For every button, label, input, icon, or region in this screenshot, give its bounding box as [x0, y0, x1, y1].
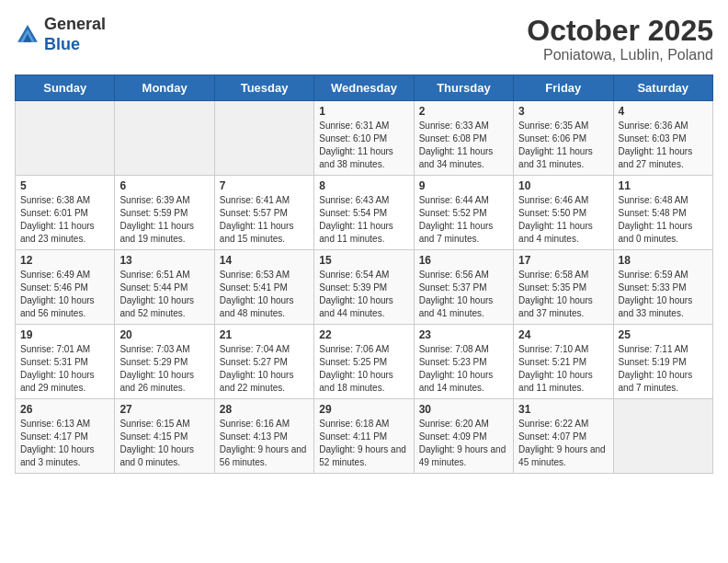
day-info: Sunrise: 7:11 AM Sunset: 5:19 PM Dayligh…: [619, 343, 708, 395]
calendar-cell: 7Sunrise: 6:41 AM Sunset: 5:57 PM Daylig…: [214, 176, 313, 250]
day-info: Sunrise: 6:13 AM Sunset: 4:17 PM Dayligh…: [20, 418, 109, 469]
day-info: Sunrise: 6:56 AM Sunset: 5:37 PM Dayligh…: [419, 269, 508, 320]
day-number: 5: [20, 179, 109, 192]
weekday-header-monday: Monday: [115, 75, 214, 101]
day-info: Sunrise: 6:31 AM Sunset: 6:10 PM Dayligh…: [319, 120, 408, 171]
day-number: 22: [319, 328, 408, 341]
day-info: Sunrise: 6:15 AM Sunset: 4:15 PM Dayligh…: [119, 418, 209, 469]
day-number: 23: [419, 328, 508, 341]
calendar-cell: 3Sunrise: 6:35 AM Sunset: 6:06 PM Daylig…: [514, 101, 613, 176]
day-number: 29: [319, 403, 408, 416]
day-number: 1: [319, 105, 408, 118]
day-number: 7: [220, 179, 309, 192]
calendar-cell: 13Sunrise: 6:51 AM Sunset: 5:44 PM Dayli…: [115, 250, 214, 325]
day-number: 26: [20, 403, 109, 416]
calendar-cell: 17Sunrise: 6:58 AM Sunset: 5:35 PM Dayli…: [514, 250, 613, 325]
calendar-cell: 6Sunrise: 6:39 AM Sunset: 5:59 PM Daylig…: [115, 176, 214, 250]
calendar-cell: 30Sunrise: 6:20 AM Sunset: 4:09 PM Dayli…: [414, 399, 513, 474]
calendar-cell: 21Sunrise: 7:04 AM Sunset: 5:27 PM Dayli…: [214, 325, 313, 399]
day-number: 9: [419, 179, 508, 192]
day-number: 31: [518, 403, 608, 416]
day-number: 8: [319, 179, 408, 192]
calendar-cell: 15Sunrise: 6:54 AM Sunset: 5:39 PM Dayli…: [314, 250, 414, 325]
calendar-cell: 16Sunrise: 6:56 AM Sunset: 5:37 PM Dayli…: [414, 250, 513, 325]
day-info: Sunrise: 7:03 AM Sunset: 5:29 PM Dayligh…: [119, 343, 209, 395]
calendar-cell: 8Sunrise: 6:43 AM Sunset: 5:54 PM Daylig…: [314, 176, 414, 250]
day-number: 14: [220, 254, 309, 267]
day-info: Sunrise: 7:08 AM Sunset: 5:23 PM Dayligh…: [419, 343, 508, 395]
logo-icon: [15, 22, 40, 48]
week-row-2: 12Sunrise: 6:49 AM Sunset: 5:46 PM Dayli…: [16, 250, 713, 325]
calendar-cell: 25Sunrise: 7:11 AM Sunset: 5:19 PM Dayli…: [613, 325, 712, 399]
day-number: 4: [619, 105, 708, 118]
calendar-cell: 28Sunrise: 6:16 AM Sunset: 4:13 PM Dayli…: [214, 399, 313, 474]
month-title: October 2025: [527, 15, 713, 47]
calendar-cell: 24Sunrise: 7:10 AM Sunset: 5:21 PM Dayli…: [514, 325, 613, 399]
day-info: Sunrise: 6:43 AM Sunset: 5:54 PM Dayligh…: [319, 194, 408, 246]
calendar-cell: 19Sunrise: 7:01 AM Sunset: 5:31 PM Dayli…: [16, 325, 115, 399]
weekday-header-saturday: Saturday: [613, 75, 712, 101]
day-info: Sunrise: 6:18 AM Sunset: 4:11 PM Dayligh…: [319, 418, 408, 469]
day-number: 3: [518, 105, 608, 118]
weekday-header-sunday: Sunday: [16, 75, 115, 101]
day-info: Sunrise: 7:10 AM Sunset: 5:21 PM Dayligh…: [518, 343, 608, 395]
logo-blue-text: Blue: [44, 35, 80, 53]
day-info: Sunrise: 6:48 AM Sunset: 5:48 PM Dayligh…: [619, 194, 708, 246]
day-number: 12: [20, 254, 109, 267]
day-info: Sunrise: 6:59 AM Sunset: 5:33 PM Dayligh…: [619, 269, 708, 320]
calendar-cell: 5Sunrise: 6:38 AM Sunset: 6:01 PM Daylig…: [16, 176, 115, 250]
day-info: Sunrise: 6:46 AM Sunset: 5:50 PM Dayligh…: [518, 194, 608, 246]
calendar-cell: 9Sunrise: 6:44 AM Sunset: 5:52 PM Daylig…: [414, 176, 513, 250]
day-info: Sunrise: 6:44 AM Sunset: 5:52 PM Dayligh…: [419, 194, 508, 246]
calendar-cell: 20Sunrise: 7:03 AM Sunset: 5:29 PM Dayli…: [115, 325, 214, 399]
day-info: Sunrise: 6:38 AM Sunset: 6:01 PM Dayligh…: [20, 194, 109, 246]
weekday-header-wednesday: Wednesday: [314, 75, 414, 101]
weekday-header-tuesday: Tuesday: [214, 75, 313, 101]
logo: General Blue: [15, 15, 106, 54]
week-row-4: 26Sunrise: 6:13 AM Sunset: 4:17 PM Dayli…: [16, 399, 713, 474]
day-number: 13: [119, 254, 209, 267]
page-container: General Blue October 2025 Poniatowa, Lub…: [0, 0, 728, 481]
day-info: Sunrise: 6:41 AM Sunset: 5:57 PM Dayligh…: [220, 194, 309, 246]
calendar-cell: [613, 399, 712, 474]
header: General Blue October 2025 Poniatowa, Lub…: [15, 15, 713, 63]
calendar-cell: [16, 101, 115, 176]
calendar-cell: 2Sunrise: 6:33 AM Sunset: 6:08 PM Daylig…: [414, 101, 513, 176]
week-row-0: 1Sunrise: 6:31 AM Sunset: 6:10 PM Daylig…: [16, 101, 713, 176]
calendar-cell: 18Sunrise: 6:59 AM Sunset: 5:33 PM Dayli…: [613, 250, 712, 325]
day-number: 6: [119, 179, 209, 192]
calendar-cell: [214, 101, 313, 176]
calendar-cell: 23Sunrise: 7:08 AM Sunset: 5:23 PM Dayli…: [414, 325, 513, 399]
weekday-header-row: SundayMondayTuesdayWednesdayThursdayFrid…: [16, 75, 713, 101]
calendar-cell: 27Sunrise: 6:15 AM Sunset: 4:15 PM Dayli…: [115, 399, 214, 474]
calendar-cell: 1Sunrise: 6:31 AM Sunset: 6:10 PM Daylig…: [314, 101, 414, 176]
calendar-cell: 11Sunrise: 6:48 AM Sunset: 5:48 PM Dayli…: [613, 176, 712, 250]
day-info: Sunrise: 6:58 AM Sunset: 5:35 PM Dayligh…: [518, 269, 608, 320]
calendar-cell: 12Sunrise: 6:49 AM Sunset: 5:46 PM Dayli…: [16, 250, 115, 325]
day-number: 11: [619, 179, 708, 192]
calendar-cell: 26Sunrise: 6:13 AM Sunset: 4:17 PM Dayli…: [16, 399, 115, 474]
day-info: Sunrise: 6:53 AM Sunset: 5:41 PM Dayligh…: [220, 269, 309, 320]
day-info: Sunrise: 7:01 AM Sunset: 5:31 PM Dayligh…: [20, 343, 109, 395]
day-number: 21: [220, 328, 309, 341]
logo-general-text: General: [44, 15, 106, 33]
day-info: Sunrise: 6:20 AM Sunset: 4:09 PM Dayligh…: [419, 418, 508, 469]
day-info: Sunrise: 6:54 AM Sunset: 5:39 PM Dayligh…: [319, 269, 408, 320]
calendar-cell: 10Sunrise: 6:46 AM Sunset: 5:50 PM Dayli…: [514, 176, 613, 250]
day-info: Sunrise: 6:51 AM Sunset: 5:44 PM Dayligh…: [119, 269, 209, 320]
calendar-cell: [115, 101, 214, 176]
calendar: SundayMondayTuesdayWednesdayThursdayFrid…: [15, 75, 713, 474]
day-number: 24: [518, 328, 608, 341]
day-number: 20: [119, 328, 209, 341]
calendar-cell: 4Sunrise: 6:36 AM Sunset: 6:03 PM Daylig…: [613, 101, 712, 176]
day-number: 27: [119, 403, 209, 416]
day-info: Sunrise: 7:04 AM Sunset: 5:27 PM Dayligh…: [220, 343, 309, 395]
calendar-cell: 31Sunrise: 6:22 AM Sunset: 4:07 PM Dayli…: [514, 399, 613, 474]
day-number: 19: [20, 328, 109, 341]
weekday-header-thursday: Thursday: [414, 75, 513, 101]
day-info: Sunrise: 6:16 AM Sunset: 4:13 PM Dayligh…: [220, 418, 309, 469]
week-row-1: 5Sunrise: 6:38 AM Sunset: 6:01 PM Daylig…: [16, 176, 713, 250]
day-info: Sunrise: 6:49 AM Sunset: 5:46 PM Dayligh…: [20, 269, 109, 320]
day-number: 10: [518, 179, 608, 192]
day-number: 2: [419, 105, 508, 118]
